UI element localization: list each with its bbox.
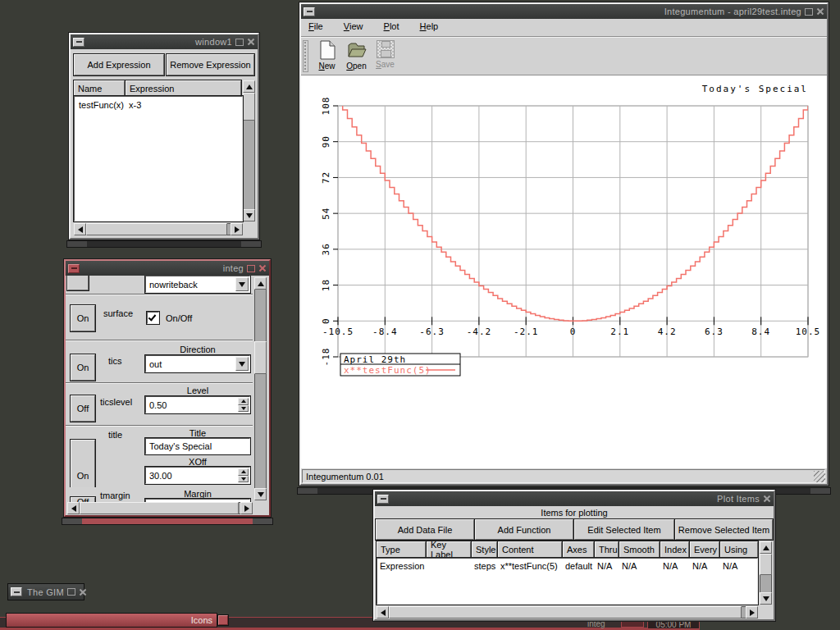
scroll-down-button[interactable] xyxy=(760,592,772,605)
gim-window-titlebar[interactable]: The GIM xyxy=(8,584,84,600)
scroll-left-button[interactable] xyxy=(67,502,80,514)
column-header-every[interactable]: Every xyxy=(690,541,719,558)
column-header-style[interactable]: Style xyxy=(472,541,497,558)
maximize-icon[interactable] xyxy=(247,265,255,272)
window1-resize-bar[interactable] xyxy=(67,241,261,247)
plot-items-titlebar[interactable]: Plot Items xyxy=(375,491,774,506)
spin-down-button[interactable] xyxy=(238,476,249,483)
ticslevel-spinner[interactable]: 0.50 xyxy=(145,396,250,413)
menu-plot[interactable]: Plot xyxy=(378,19,405,34)
spinner-buttons[interactable] xyxy=(238,468,249,482)
taskbar-pager[interactable] xyxy=(621,620,644,628)
scroll-up-button[interactable] xyxy=(760,541,772,554)
toolbar-handle[interactable] xyxy=(303,40,308,72)
integ-resize-bar[interactable] xyxy=(62,518,272,524)
column-header-index[interactable]: Index xyxy=(660,541,689,558)
close-icon[interactable] xyxy=(816,7,824,16)
column-header-content[interactable]: Content xyxy=(498,541,562,558)
row-cell-content[interactable]: x**testFunc(5) xyxy=(500,561,558,571)
add-function-button[interactable]: Add Function xyxy=(475,519,573,540)
main-titlebar[interactable]: Integumentum - april29test.integ xyxy=(301,4,827,19)
column-header-name[interactable]: Name xyxy=(74,80,125,96)
column-header-expression[interactable]: Expression xyxy=(126,80,241,96)
row-cell-thru[interactable]: N/A xyxy=(597,561,612,571)
vertical-scroll-thumb[interactable] xyxy=(243,93,255,121)
column-header-keylabel[interactable]: Key Label xyxy=(427,541,471,558)
title-input[interactable]: Today's Special xyxy=(145,438,250,454)
expression-row-name[interactable]: testFunc(x) xyxy=(79,100,124,110)
add-data-file-button[interactable]: Add Data File xyxy=(376,519,474,540)
menu-file[interactable]: File xyxy=(303,19,329,34)
vertical-scroll-thumb[interactable] xyxy=(760,554,772,575)
scroll-down-button[interactable] xyxy=(243,209,255,221)
surface-state-button[interactable]: On xyxy=(71,305,95,331)
icons-bar-button[interactable] xyxy=(218,615,228,625)
save-button[interactable]: Save xyxy=(371,40,399,73)
close-icon[interactable] xyxy=(258,264,267,272)
vertical-scroll-thumb[interactable] xyxy=(254,341,267,374)
minimize-icon[interactable] xyxy=(73,38,84,47)
column-header-axes[interactable]: Axes xyxy=(563,541,594,558)
close-icon[interactable] xyxy=(79,588,87,596)
scroll-up-button[interactable] xyxy=(254,277,267,290)
expression-list[interactable]: testFunc(x) x-3 xyxy=(74,96,243,221)
spin-up-button[interactable] xyxy=(238,398,249,405)
maximize-icon[interactable] xyxy=(805,8,813,16)
new-button[interactable]: New xyxy=(313,40,341,73)
scroll-right-button[interactable] xyxy=(240,502,253,514)
horizontal-scroll-thumb[interactable] xyxy=(80,502,239,514)
scroll-left-button[interactable] xyxy=(74,223,86,235)
row-cell-style[interactable]: steps xyxy=(474,561,495,571)
remove-expression-button[interactable]: Remove Expression xyxy=(167,54,254,75)
window1-titlebar[interactable]: window1 xyxy=(71,34,258,49)
remove-selected-item-button[interactable]: Remove Selected Item xyxy=(675,519,773,540)
column-header-type[interactable]: Type xyxy=(377,541,426,558)
resize-grip-icon[interactable] xyxy=(814,471,825,482)
close-icon[interactable] xyxy=(247,38,255,46)
scroll-left-button[interactable] xyxy=(377,606,389,619)
row-cell-using[interactable]: N/A xyxy=(723,561,737,571)
row-cell-axes[interactable]: default xyxy=(565,561,592,571)
scroll-right-button[interactable] xyxy=(746,606,758,619)
edit-selected-item-button[interactable]: Edit Selected Item xyxy=(574,519,674,540)
spin-up-button[interactable] xyxy=(238,468,249,476)
minimize-icon[interactable] xyxy=(11,587,22,596)
column-header-thru[interactable]: Thru xyxy=(595,541,619,558)
menu-help[interactable]: Help xyxy=(414,19,445,34)
dropdown-button[interactable] xyxy=(235,357,249,371)
spinner-buttons[interactable] xyxy=(238,398,249,412)
open-button[interactable]: Open xyxy=(342,40,371,73)
tics-direction-dropdown[interactable]: out xyxy=(145,355,250,372)
icons-bar[interactable]: Icons xyxy=(7,614,217,627)
minimize-icon[interactable] xyxy=(377,495,389,504)
minimize-icon[interactable] xyxy=(304,7,315,16)
clipped-state-button[interactable] xyxy=(67,276,89,290)
row-cell-every[interactable]: N/A xyxy=(692,561,707,571)
close-icon[interactable] xyxy=(763,495,771,503)
dropdown-button[interactable] xyxy=(235,277,249,291)
plot-items-list[interactable]: Expression steps x**testFunc(5) default … xyxy=(377,558,758,605)
xoff-spinner[interactable]: 30.00 xyxy=(145,467,250,484)
minimize-icon[interactable] xyxy=(68,264,80,273)
menu-view[interactable]: View xyxy=(338,19,369,34)
scroll-down-button[interactable] xyxy=(254,488,267,500)
column-header-smooth[interactable]: Smooth xyxy=(619,541,660,558)
horizontal-scroll-thumb[interactable] xyxy=(389,606,742,619)
row-cell-smooth[interactable]: N/A xyxy=(622,561,637,571)
scroll-up-button[interactable] xyxy=(243,80,255,93)
row-cell-type[interactable]: Expression xyxy=(380,561,424,571)
add-expression-button[interactable]: Add Expression xyxy=(74,54,164,75)
column-header-using[interactable]: Using xyxy=(720,541,758,558)
maximize-icon[interactable] xyxy=(235,39,244,46)
ticslevel-state-button[interactable]: Off xyxy=(71,395,95,422)
scroll-right-button[interactable] xyxy=(231,223,243,235)
surface-checkbox[interactable] xyxy=(147,312,159,324)
writeback-dropdown[interactable]: nowriteback xyxy=(145,276,250,293)
integ-titlebar[interactable]: integ xyxy=(66,261,269,276)
horizontal-scroll-thumb[interactable] xyxy=(86,223,227,235)
maximize-icon[interactable] xyxy=(67,588,75,596)
expression-row-value[interactable]: x-3 xyxy=(129,100,141,110)
spin-down-button[interactable] xyxy=(238,405,249,413)
vertical-scrollbar[interactable] xyxy=(254,277,267,500)
tics-state-button[interactable]: On xyxy=(71,354,95,381)
